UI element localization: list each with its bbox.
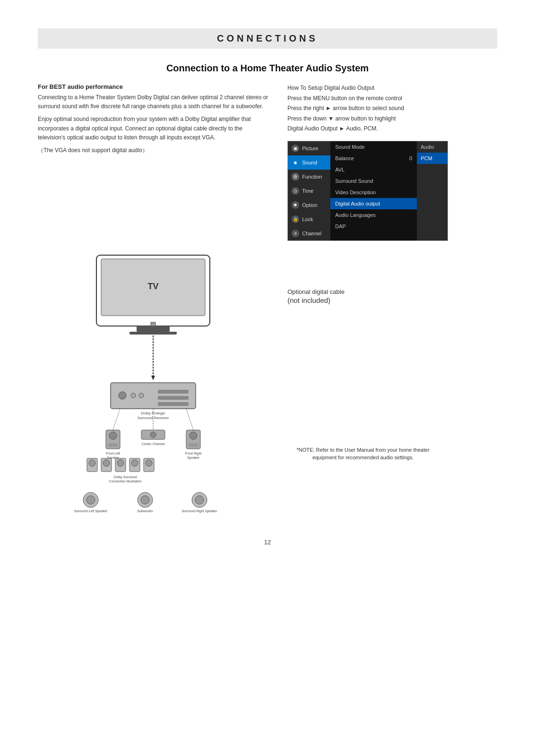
time-icon: ◷ bbox=[292, 187, 299, 195]
svg-rect-25 bbox=[189, 443, 198, 447]
menu-item-avl[interactable]: AVL bbox=[330, 164, 417, 175]
lock-icon: 🔒 bbox=[292, 215, 299, 223]
digital-audio-label: Digital Audio output bbox=[335, 201, 380, 206]
sidebar-channel-label: Channel bbox=[302, 231, 321, 236]
balance-label: Balance bbox=[335, 155, 354, 161]
svg-point-19 bbox=[109, 432, 117, 439]
svg-point-24 bbox=[190, 432, 197, 439]
svg-point-47 bbox=[141, 496, 149, 504]
optional-cable-label: Optional digital cable (not included) bbox=[287, 288, 345, 304]
svg-point-38 bbox=[131, 460, 138, 466]
page-header: CONNECTIONS bbox=[38, 28, 497, 49]
instructions-text: How To Setup Digital Audio Output Press … bbox=[287, 83, 497, 134]
sidebar-lock-label: Lock bbox=[302, 216, 313, 222]
svg-rect-20 bbox=[108, 443, 118, 447]
right-labels: Optional digital cable (not included) *N… bbox=[287, 250, 497, 524]
menu-item-digital-audio[interactable]: Digital Audio output bbox=[330, 198, 417, 209]
option-icon: ✱ bbox=[292, 201, 299, 209]
paragraph1: Connecting to a Home Theater System Dolb… bbox=[38, 93, 268, 111]
channel-icon: ≡ bbox=[292, 230, 299, 237]
sidebar-picture-label: Picture bbox=[302, 146, 318, 151]
menu-item-sound-mode[interactable]: Sound Mode bbox=[330, 141, 417, 153]
function-icon: ⚙ bbox=[292, 173, 299, 180]
sound-mode-label: Sound Mode bbox=[335, 144, 364, 150]
instruction-line-5: Digital Audio Output ► Audio, PCM. bbox=[287, 125, 378, 132]
dap-label: DAP bbox=[335, 223, 346, 229]
instruction-line-2: Press the MENU button on the remote cont… bbox=[287, 95, 402, 102]
page-number: 12 bbox=[38, 539, 497, 546]
sidebar-item-function[interactable]: ⚙ Function bbox=[288, 170, 330, 184]
svg-line-52 bbox=[113, 409, 120, 430]
left-description-column: For BEST audio performance Connecting to… bbox=[38, 83, 268, 241]
svg-point-34 bbox=[103, 460, 110, 466]
svg-rect-14 bbox=[158, 396, 189, 400]
connection-diagram: TV OPTICAL Dolby Prologic Su bbox=[38, 250, 268, 524]
note-text: *NOTE: Refer to the User Manual from you… bbox=[287, 446, 439, 462]
sidebar-item-channel[interactable]: ≡ Channel bbox=[288, 226, 330, 241]
section-title: Connection to a Home Theater Audio Syste… bbox=[38, 63, 497, 74]
svg-text:Subwoofer: Subwoofer bbox=[137, 509, 153, 513]
instruction-line-1: How To Setup Digital Audio Output bbox=[287, 85, 374, 91]
svg-rect-15 bbox=[158, 402, 189, 406]
balance-value: 0 bbox=[409, 155, 412, 161]
best-audio-label: For BEST audio performance bbox=[38, 83, 268, 90]
svg-line-54 bbox=[186, 409, 193, 430]
sound-icon: ◉ bbox=[292, 159, 299, 166]
vga-note: （The VGA does not support digital audio） bbox=[38, 146, 268, 155]
panel-item-audio[interactable]: Audio bbox=[417, 141, 448, 153]
menu-item-balance[interactable]: Balance 0 bbox=[330, 153, 417, 164]
menu-item-audio-languages[interactable]: Audio Languages bbox=[330, 209, 417, 221]
optional-line2: (not included) bbox=[287, 296, 345, 304]
svg-text:Front Right: Front Right bbox=[185, 452, 202, 455]
svg-point-12 bbox=[139, 393, 144, 398]
svg-text:TV: TV bbox=[148, 282, 159, 291]
svg-text:Connection Illustration: Connection Illustration bbox=[109, 480, 141, 483]
picture-icon: ▣ bbox=[292, 145, 299, 152]
sidebar-item-picture[interactable]: ▣ Picture bbox=[288, 141, 330, 155]
menu-sidebar: ▣ Picture ◉ Sound ⚙ Function ◷ Time bbox=[288, 141, 330, 241]
video-description-label: Video Description bbox=[335, 189, 376, 195]
instruction-line-3: Press the right ► arrow button to select… bbox=[287, 105, 404, 112]
svg-point-32 bbox=[89, 460, 95, 466]
sidebar-item-time[interactable]: ◷ Time bbox=[288, 184, 330, 198]
sidebar-function-label: Function bbox=[302, 174, 322, 180]
sidebar-option-label: Option bbox=[302, 202, 317, 208]
svg-point-10 bbox=[119, 392, 126, 399]
right-instructions-column: How To Setup Digital Audio Output Press … bbox=[287, 83, 497, 241]
sidebar-item-option[interactable]: ✱ Option bbox=[288, 198, 330, 212]
svg-rect-5 bbox=[151, 322, 155, 326]
panel-item-pcm[interactable]: PCM bbox=[417, 153, 448, 164]
audio-option-label: Audio bbox=[421, 144, 434, 150]
svg-point-40 bbox=[146, 460, 152, 466]
sidebar-time-label: Time bbox=[302, 188, 313, 194]
menu-item-surround-sound[interactable]: Surround Sound bbox=[330, 175, 417, 187]
svg-text:OPTICAL: OPTICAL bbox=[146, 329, 160, 333]
svg-text:Dolby Surround: Dolby Surround bbox=[114, 475, 137, 479]
svg-rect-13 bbox=[158, 390, 189, 394]
sidebar-sound-label: Sound bbox=[302, 160, 317, 165]
svg-point-11 bbox=[131, 393, 136, 398]
svg-point-50 bbox=[195, 496, 204, 504]
optional-line1: Optional digital cable bbox=[287, 288, 345, 295]
paragraph2: Enjoy optimal sound reproduction from yo… bbox=[38, 115, 268, 142]
connection-diagram-svg: TV OPTICAL Dolby Prologic Su bbox=[63, 250, 243, 524]
svg-point-36 bbox=[117, 460, 124, 466]
sidebar-item-sound[interactable]: ◉ Sound bbox=[288, 155, 330, 170]
surround-sound-label: Surround Sound bbox=[335, 178, 373, 184]
menu-right-panel: Audio PCM bbox=[417, 141, 448, 241]
svg-text:Center Channel: Center Channel bbox=[142, 442, 165, 446]
pcm-option-label: PCM bbox=[421, 155, 432, 161]
svg-point-44 bbox=[86, 496, 95, 504]
svg-text:Front Left: Front Left bbox=[106, 452, 120, 455]
svg-text:Surround Left Speaker: Surround Left Speaker bbox=[74, 509, 108, 513]
instruction-line-4: Press the down ▼ arrow button to highlig… bbox=[287, 115, 396, 122]
menu-item-video-description[interactable]: Video Description bbox=[330, 187, 417, 198]
svg-text:Surround Right Speaker: Surround Right Speaker bbox=[182, 509, 218, 513]
menu-main-panel: Sound Mode Balance 0 AVL Surround Sound … bbox=[330, 141, 417, 241]
svg-text:Speaker: Speaker bbox=[187, 456, 200, 460]
svg-point-29 bbox=[150, 432, 156, 438]
audio-languages-label: Audio Languages bbox=[335, 212, 376, 218]
sidebar-item-lock[interactable]: 🔒 Lock bbox=[288, 212, 330, 226]
menu-item-dap[interactable]: DAP bbox=[330, 221, 417, 232]
tv-menu-screenshot: ▣ Picture ◉ Sound ⚙ Function ◷ Time bbox=[287, 141, 448, 241]
